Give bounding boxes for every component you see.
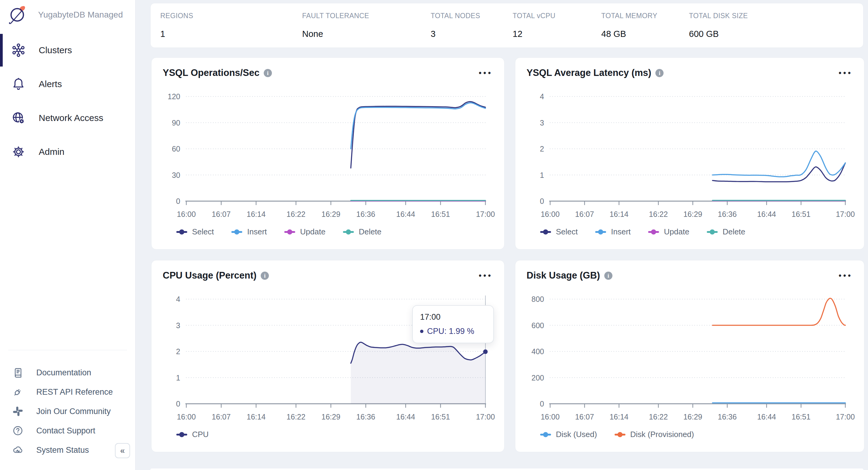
legend-marker-icon [540,231,551,233]
legend-marker-icon [343,231,354,233]
question-circle-icon [12,425,24,436]
stat-total-nodes: TOTAL NODES 3 [431,12,513,48]
info-icon[interactable]: i [264,69,272,77]
legend-item[interactable]: Update [284,227,326,237]
chart-title: CPU Usage (Percent) [163,270,256,281]
svg-text:2: 2 [176,347,180,356]
book-icon [12,367,24,378]
tooltip-time: 17:00 [420,312,486,322]
chart-card-ysql-operations: YSQL Operations/Sec i ••• 030609012016:0… [151,58,504,250]
svg-text:17:00: 17:00 [836,412,855,421]
chart-menu-icon[interactable]: ••• [479,273,493,279]
stat-total-disk-size: TOTAL DISK SIZE 600 GB [689,12,863,48]
sidebar-item-label: REST API Reference [36,387,113,397]
legend-item[interactable]: Delete [707,227,745,237]
sidebar-item-label: Contact Support [36,426,95,436]
sidebar-item-contact-support[interactable]: Contact Support [0,421,135,440]
legend-item[interactable]: Disk (Provisioned) [615,430,694,439]
svg-text:4: 4 [176,295,180,303]
legend-item[interactable]: Delete [343,227,381,237]
svg-text:17:00: 17:00 [476,412,495,421]
svg-text:16:44: 16:44 [396,210,415,218]
stat-value: 600 GB [689,29,863,39]
stat-value: 3 [431,29,513,39]
svg-text:16:51: 16:51 [792,210,810,218]
info-icon[interactable]: i [604,272,613,280]
chart-title: YSQL Average Latency (ms) [527,67,651,78]
svg-text:16:07: 16:07 [575,412,594,421]
stat-label: TOTAL DISK SIZE [689,12,863,20]
chart-tooltip: 17:00 CPU: 1.99 % [412,305,494,343]
sidebar-item-documentation[interactable]: Documentation [0,363,135,382]
sidebar-item-label: Documentation [36,368,91,377]
chart-menu-icon[interactable]: ••• [479,70,493,76]
sidebar-item-label: System Status [36,445,89,455]
yugabytedb-logo-icon [7,5,27,25]
chart-legend: CPU [176,430,209,439]
legend-item[interactable]: Insert [231,227,267,237]
chart-legend: SelectInsertUpdateDelete [540,227,745,237]
svg-text:16:22: 16:22 [286,412,306,421]
stat-regions: REGIONS 1 [160,12,302,48]
sidebar-item-rest-api-reference[interactable]: REST API Reference [0,382,135,402]
svg-text:16:44: 16:44 [396,412,415,421]
svg-text:1: 1 [540,171,544,179]
sidebar-nav: Clusters Alerts [0,33,135,169]
svg-text:16:29: 16:29 [683,412,702,421]
sidebar-item-admin[interactable]: Admin [0,135,135,169]
next-card-top-edge [150,469,864,470]
legend-item[interactable]: Update [648,227,689,237]
legend-item[interactable]: CPU [176,430,209,439]
sidebar-footer: Documentation REST API Reference [0,350,135,460]
stat-total-memory: TOTAL MEMORY 48 GB [601,12,689,48]
info-icon[interactable]: i [261,272,269,280]
clusters-hub-icon [11,43,25,57]
stat-value: 1 [160,29,302,39]
chart-menu-icon[interactable]: ••• [839,273,852,279]
stat-label: TOTAL vCPU [513,12,601,20]
info-icon[interactable]: i [655,69,663,77]
svg-text:16:29: 16:29 [683,210,702,218]
legend-item[interactable]: Disk (Used) [540,430,597,439]
sidebar-item-label: Admin [39,147,64,157]
sidebar-item-join-our-community[interactable]: Join Our Community [0,402,135,421]
legend-item[interactable]: Insert [595,227,630,237]
svg-text:3: 3 [540,119,544,127]
svg-text:90: 90 [172,119,180,127]
svg-text:200: 200 [531,374,544,382]
svg-text:30: 30 [172,171,180,179]
legend-item[interactable]: Select [540,227,578,237]
sidebar-item-label: Network Access [39,113,103,123]
svg-text:16:51: 16:51 [792,412,810,421]
gear-icon [11,145,25,159]
svg-text:400: 400 [531,347,544,356]
legend-marker-icon [540,434,551,436]
stat-label: TOTAL NODES [431,12,513,20]
chart-card-cpu-usage: CPU Usage (Percent) i ••• 0123416:0016:0… [151,260,504,452]
svg-text:16:36: 16:36 [356,412,375,421]
stat-label: REGIONS [160,12,302,20]
chart-legend: SelectInsertUpdateDelete [176,227,381,237]
svg-text:0: 0 [176,197,180,206]
chart-title: YSQL Operations/Sec [163,67,259,78]
sidebar-collapse-button[interactable]: « [115,443,130,458]
sidebar-item-alerts[interactable]: Alerts [0,67,135,101]
svg-text:16:51: 16:51 [431,412,450,421]
chart-legend: Disk (Used)Disk (Provisioned) [540,430,694,439]
brand-name: YugabyteDB Managed [38,10,123,20]
sidebar-item-clusters[interactable]: Clusters [0,33,135,67]
brand: YugabyteDB Managed [0,0,135,25]
svg-text:16:14: 16:14 [247,412,266,421]
chart-card-disk-usage: Disk Usage (GB) i ••• 020040060080016:00… [515,260,864,452]
stat-value: 12 [513,29,601,39]
chart-menu-icon[interactable]: ••• [839,70,852,76]
svg-text:16:00: 16:00 [177,210,196,218]
legend-item[interactable]: Select [176,227,214,237]
legend-marker-icon [595,231,606,233]
main-content: REGIONS 1 FAULT TOLERANCE None TOTAL NOD… [135,0,868,470]
svg-text:0: 0 [176,400,180,408]
svg-text:16:14: 16:14 [610,210,628,218]
sidebar-item-network-access[interactable]: Network Access [0,101,135,135]
svg-text:800: 800 [531,295,544,303]
stat-total-vcpu: TOTAL vCPU 12 [513,12,601,48]
